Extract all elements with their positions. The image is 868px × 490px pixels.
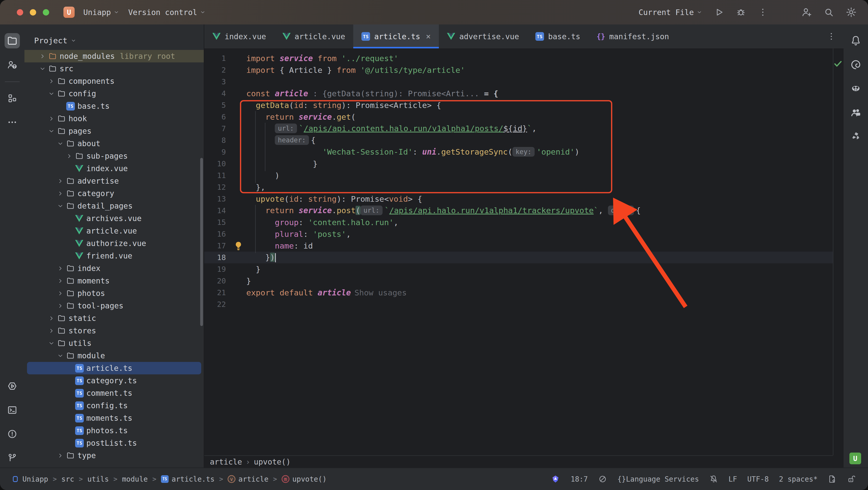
tab-options-icon[interactable] — [826, 31, 836, 41]
code-editor[interactable]: 1import service from '../request'2import… — [204, 49, 833, 455]
breadcrumb-item[interactable]: module — [122, 475, 148, 483]
users-chat-tool-button[interactable] — [848, 105, 863, 120]
project-menu[interactable]: Uniapp — [83, 8, 120, 17]
zoom-window-button[interactable] — [43, 9, 49, 16]
chevron-down-icon[interactable] — [48, 340, 57, 347]
editor-scroll-column[interactable] — [833, 49, 843, 455]
lock-open-icon[interactable] — [847, 474, 856, 484]
terminal-tool-button[interactable] — [5, 402, 20, 418]
bell-tool-button[interactable] — [848, 33, 863, 49]
status-widget-2-spaces-[interactable]: 2 spaces* — [779, 475, 817, 483]
tree-item-about[interactable]: about — [25, 137, 204, 150]
code-line-18[interactable]: 18 }) — [204, 252, 833, 263]
breadcrumb-item[interactable]: TSarticle.ts — [161, 475, 215, 483]
code-line-5[interactable]: 5 getData(id: string): Promise<Article> … — [204, 99, 833, 111]
tab-advertise-vue[interactable]: advertise.vue — [439, 25, 527, 49]
tree-item-utils[interactable]: utils — [25, 337, 204, 349]
tree-item-components[interactable]: components — [25, 75, 204, 87]
chevron-right-icon[interactable] — [57, 190, 66, 197]
chevron-down-icon[interactable] — [57, 352, 66, 359]
chevron-right-icon[interactable] — [48, 327, 57, 334]
inspections-ok-icon[interactable] — [832, 58, 843, 69]
ai-logo-icon[interactable] — [550, 474, 561, 484]
tree-item-pages[interactable]: pages — [25, 125, 204, 137]
code-line-22[interactable]: 22 — [204, 299, 833, 310]
knot-tool-button[interactable] — [848, 129, 863, 144]
chevron-down-icon[interactable] — [57, 140, 66, 147]
more-horizontal-tool-button[interactable] — [5, 115, 20, 130]
chevron-right-icon[interactable] — [48, 115, 57, 122]
code-line-3[interactable]: 3 — [204, 76, 833, 88]
chevron-down-icon[interactable] — [39, 65, 49, 72]
tree-item-category-ts[interactable]: TScategory.ts — [25, 374, 204, 387]
status-widget-lf[interactable]: LF — [728, 475, 737, 483]
tab-manifest-json[interactable]: {}manifest.json — [588, 25, 677, 49]
code-line-13[interactable]: 13 upvote(id: string): Promise<void> { — [204, 193, 833, 205]
tree-item-index[interactable]: index — [25, 262, 204, 275]
file-gear-icon[interactable] — [828, 474, 837, 484]
tree-item-moments[interactable]: moments — [25, 275, 204, 287]
status-widget--language-services[interactable]: {}Language Services — [617, 475, 699, 483]
tree-item-article-ts[interactable]: TSarticle.ts — [27, 362, 201, 374]
code-with-me-button[interactable] — [801, 7, 812, 18]
project-view-selector[interactable]: Project — [25, 25, 204, 49]
tree-item-comment-ts[interactable]: TScomment.ts — [25, 387, 204, 399]
chevron-right-icon[interactable] — [48, 78, 57, 85]
code-line-14[interactable]: 14 return service.post(url:`/apis/api.ha… — [204, 205, 833, 216]
users-question-tool-button[interactable] — [5, 57, 20, 72]
breadcrumb-item[interactable]: varticle — [228, 475, 269, 483]
code-line-2[interactable]: 2import { Article } from '@/utils/type/a… — [204, 64, 833, 76]
tab-article-vue[interactable]: article.vue — [274, 25, 353, 49]
code-line-6[interactable]: 6 return service.get( — [204, 111, 833, 123]
robot-tool-button[interactable] — [848, 81, 863, 96]
chevron-right-icon[interactable] — [57, 452, 66, 459]
chevron-right-icon[interactable] — [66, 153, 75, 160]
tab-article-ts[interactable]: TSarticle.ts× — [353, 25, 439, 49]
search-everywhere-button[interactable] — [823, 7, 834, 18]
tree-item-module[interactable]: module — [25, 349, 204, 362]
bell-off-icon[interactable] — [709, 474, 718, 484]
tree-item-hook[interactable]: hook — [25, 112, 204, 125]
tree-item-tool-pages[interactable]: tool-pages — [25, 300, 204, 312]
tree-item-friend-vue[interactable]: friend.vue — [25, 250, 204, 262]
project-tree-scrollbar[interactable] — [200, 158, 203, 326]
folder-tool-button[interactable] — [5, 33, 20, 49]
git-branch-tool-button[interactable] — [5, 450, 20, 465]
chevron-right-icon[interactable] — [57, 178, 66, 185]
run-configuration-select[interactable]: Current File — [639, 8, 703, 17]
code-line-11[interactable]: 11 ) — [204, 170, 833, 181]
breadcrumb-item[interactable]: Uniapp — [11, 475, 48, 483]
chevron-down-icon[interactable] — [57, 203, 66, 210]
tree-item-node-modules[interactable]: node_moduleslibrary root — [25, 50, 204, 62]
tree-item-detail-pages[interactable]: detail_pages — [25, 200, 204, 212]
close-window-button[interactable] — [17, 9, 23, 16]
code-line-9[interactable]: 9 'Wechat-Session-Id': uni.getStorageSyn… — [204, 146, 833, 158]
code-line-19[interactable]: 19 } — [204, 263, 833, 275]
run-button[interactable] — [714, 7, 724, 18]
code-line-17[interactable]: 17 name: id — [204, 240, 833, 252]
tree-item-config-ts[interactable]: TSconfig.ts — [25, 399, 204, 412]
tree-item-photos-ts[interactable]: TSphotos.ts — [25, 424, 204, 437]
api-url-link[interactable]: /apis/api.content.halo.run/v1alpha1/post… — [304, 124, 503, 133]
tree-item-photos[interactable]: photos — [25, 287, 204, 300]
chevron-down-icon[interactable] — [48, 128, 57, 135]
api-url-link[interactable]: /apis/api.halo.run/v1alpha1/trackers/upv… — [389, 206, 594, 215]
tree-item-sub-pages[interactable]: sub-pages — [25, 150, 204, 162]
tree-item-index-vue[interactable]: index.vue — [25, 162, 204, 175]
debug-button[interactable] — [736, 7, 746, 18]
close-tab-icon[interactable]: × — [426, 32, 431, 41]
breadcrumb-item[interactable]: utils — [87, 475, 109, 483]
breadcrumb-item[interactable]: mupvote() — [282, 475, 327, 483]
chevron-right-icon[interactable] — [57, 277, 66, 284]
more-actions-button[interactable] — [757, 7, 768, 18]
breadcrumb-item[interactable]: src — [61, 475, 74, 483]
tree-item-src[interactable]: src — [25, 62, 204, 75]
tree-item-category[interactable]: category — [25, 187, 204, 200]
tree-item-postList-ts[interactable]: TSpostList.ts — [25, 437, 204, 449]
minimize-window-button[interactable] — [30, 9, 36, 16]
code-line-10[interactable]: 10 } — [204, 158, 833, 170]
chevron-down-icon[interactable] — [48, 90, 57, 97]
intention-bulb-icon[interactable] — [233, 240, 244, 252]
status-widget-utf-8[interactable]: UTF-8 — [747, 475, 769, 483]
code-line-12[interactable]: 12 }, — [204, 181, 833, 193]
